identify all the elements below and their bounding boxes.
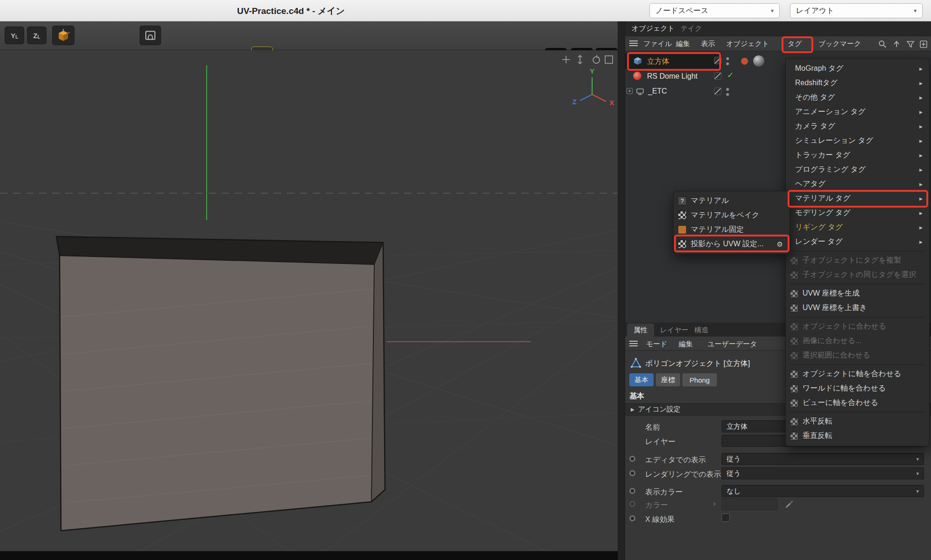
menu-item-animation-tag[interactable]: アニメーション タグ▶ — [786, 105, 929, 119]
xray-label: X 線効果 — [645, 515, 675, 525]
menu-item-label: ヘアタグ — [795, 179, 826, 189]
submenu-arrow-icon: ▶ — [919, 211, 923, 216]
editor-display-select[interactable]: 従う ▾ — [722, 453, 924, 465]
archive-icon — [144, 29, 156, 41]
menu-file[interactable]: ファイル — [643, 40, 672, 48]
y-lock-button[interactable]: YL — [5, 27, 24, 44]
add-icon[interactable] — [919, 40, 928, 51]
tab-structure[interactable]: 構造 — [695, 326, 708, 335]
menu-item-align-axis-object[interactable]: オブジェクトに軸を合わせる — [786, 367, 929, 381]
keyframe-circle[interactable] — [629, 470, 635, 476]
editor-visibility-dot[interactable] — [726, 57, 729, 60]
viewport-bottom-bar — [0, 551, 618, 560]
name-label: 名前 — [645, 423, 660, 432]
layout-select[interactable]: レイアウト ▾ — [790, 3, 923, 18]
menu-view[interactable]: 表示 — [701, 40, 715, 48]
display-color-select[interactable]: なし ▾ — [722, 485, 924, 497]
content-browser-button[interactable] — [140, 26, 161, 45]
eyedropper-icon[interactable] — [785, 499, 794, 510]
keyframe-circle[interactable] — [629, 488, 635, 494]
render-display-select[interactable]: 従う ▾ — [722, 467, 924, 479]
object-row-dome-light[interactable]: RS Dome Light — [647, 72, 698, 81]
cube-object[interactable] — [51, 236, 386, 531]
submenu-item-set-uvw-from-projection[interactable]: 投影から UVW 設定...⚙ — [674, 237, 789, 251]
enabled-check-icon[interactable]: ✓ — [727, 70, 734, 80]
hamburger-icon[interactable] — [629, 40, 638, 41]
submenu-arrow-icon: ▶ — [919, 153, 923, 158]
menu-mode[interactable]: モード — [646, 340, 668, 349]
menu-item-rigging-tag[interactable]: リギング タグ▶ — [786, 220, 929, 235]
menu-item-modeling-tag[interactable]: モデリング タグ▶ — [786, 206, 929, 220]
menu-edit[interactable]: 編集 — [676, 40, 690, 48]
search-icon[interactable] — [878, 40, 887, 51]
cube-object-icon — [633, 56, 642, 67]
menu-item-align-axis-world[interactable]: ワールドに軸を合わせる — [786, 381, 929, 396]
menu-item-flip-vertical[interactable]: 垂直反転 — [786, 429, 929, 443]
tab-coordinates[interactable]: 座標 — [656, 373, 680, 386]
keyframe-circle[interactable] — [629, 456, 635, 462]
menu-item-label: 画像に合わせる... — [803, 336, 862, 346]
render-visibility-dot[interactable] — [726, 62, 729, 65]
menu-item-camera-tag[interactable]: カメラ タグ▶ — [786, 119, 929, 134]
submenu-item-bake-material[interactable]: マテリアルをベイク — [674, 208, 789, 223]
tab-basic[interactable]: 基本 — [629, 373, 654, 386]
tab-attributes[interactable]: 属性 — [627, 324, 654, 337]
menu-bookmark[interactable]: ブックマーク — [818, 40, 861, 48]
menu-item-generate-uvw[interactable]: UVW 座標を生成 — [786, 286, 929, 301]
menu-item-align-axis-view[interactable]: ビューに軸を合わせる — [786, 396, 929, 410]
menu-item-material-tag[interactable]: マテリアル タグ▶ — [786, 191, 929, 206]
menu-item-simulation-tag[interactable]: シミュレーション タグ▶ — [786, 134, 929, 148]
z-lock-button[interactable]: ZL — [27, 27, 47, 44]
menu-am-edit[interactable]: 編集 — [679, 340, 693, 349]
submenu-item-material[interactable]: ?マテリアル — [674, 194, 789, 208]
keyframe-circle[interactable] — [629, 515, 635, 521]
object-row-cube[interactable]: 立方体 — [647, 57, 669, 67]
tab-phong[interactable]: Phong — [682, 373, 717, 386]
cinema4d-window: UV-Practice.c4d * - メイン ノードスペース ▾ レイアウト … — [0, 0, 931, 560]
tab-objects[interactable]: オブジェクト — [632, 24, 675, 33]
layer-toggle-icon[interactable] — [714, 72, 722, 80]
menu-item-label: 子オブジェクトの同じタグを選択 — [803, 270, 916, 280]
material-color-dot[interactable] — [741, 58, 748, 65]
editor-visibility-dot[interactable] — [726, 88, 729, 91]
panel-divider[interactable] — [618, 21, 625, 560]
object-row-etc[interactable]: _ETC — [648, 87, 667, 95]
menu-item-label: レンダー タグ — [795, 237, 843, 247]
layer-toggle-icon[interactable] — [714, 88, 722, 95]
menu-item-overwrite-uvw[interactable]: UVW 座標を上書き — [786, 301, 929, 315]
material-sphere-thumbnail[interactable] — [753, 55, 764, 67]
toolbar: YL ZL — [0, 21, 618, 50]
filter-icon[interactable] — [906, 40, 915, 51]
menu-item-render-tag[interactable]: レンダー タグ▶ — [786, 235, 929, 249]
axis-cube-button[interactable] — [52, 26, 74, 45]
layer-toggle-icon[interactable] — [714, 57, 722, 64]
viewport-canvas[interactable]: Y X Z — [0, 50, 618, 551]
gear-icon[interactable]: ⚙ — [777, 240, 783, 249]
menu-object[interactable]: オブジェクト — [726, 40, 769, 48]
menu-userdata[interactable]: ユーザーデータ — [708, 340, 757, 349]
menu-item-other-tag[interactable]: その他 タグ▶ — [786, 90, 929, 105]
display-color-value: なし — [727, 487, 741, 496]
gizmo-y-label: Y — [590, 67, 594, 75]
menu-item-redshift-tag[interactable]: Redshiftタグ▶ — [786, 76, 929, 90]
chevron-down-icon: ▾ — [914, 7, 917, 14]
render-visibility-dot[interactable] — [726, 93, 729, 96]
xray-checkbox[interactable] — [722, 513, 730, 522]
tab-layers[interactable]: レイヤー — [660, 326, 688, 335]
viewport-scene: Y X Z — [0, 50, 618, 551]
menu-item-mograph-tag[interactable]: MoGraph タグ▶ — [786, 61, 929, 76]
menu-separator — [789, 284, 925, 284]
menu-item-flip-horizontal[interactable]: 水平反転 — [786, 414, 929, 429]
nodespace-select[interactable]: ノードスペース ▾ — [649, 3, 780, 18]
jump-to-top-icon[interactable] — [892, 40, 901, 51]
tag-icon — [790, 256, 798, 265]
expand-icon[interactable]: + — [627, 88, 633, 94]
hamburger-icon[interactable] — [629, 341, 638, 342]
menu-tag[interactable]: タグ — [788, 40, 802, 48]
menu-item-programming-tag[interactable]: プログラミング タグ▶ — [786, 162, 929, 177]
menu-item-tracker-tag[interactable]: トラッカー タグ▶ — [786, 148, 929, 162]
tab-take[interactable]: テイク — [681, 24, 702, 33]
menu-item-hair-tag[interactable]: ヘアタグ▶ — [786, 177, 929, 191]
titlebar: UV-Practice.c4d * - メイン ノードスペース ▾ レイアウト … — [0, 0, 931, 21]
submenu-item-stick-material[interactable]: マテリアル固定 — [674, 223, 789, 237]
